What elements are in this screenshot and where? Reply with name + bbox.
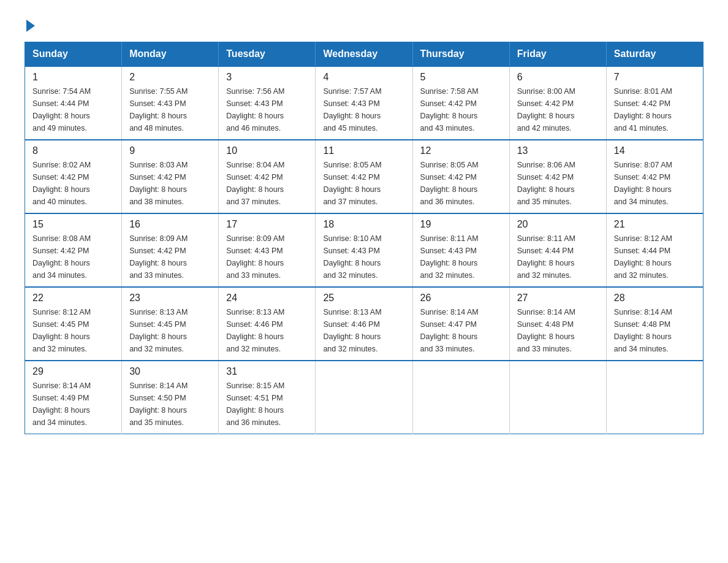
calendar-cell: 20Sunrise: 8:11 AMSunset: 4:44 PMDayligh… <box>509 213 606 287</box>
day-info: Sunrise: 8:15 AMSunset: 4:51 PMDaylight:… <box>226 380 308 429</box>
day-info: Sunrise: 8:14 AMSunset: 4:50 PMDaylight:… <box>129 380 211 429</box>
day-number: 5 <box>420 72 502 83</box>
calendar-cell: 25Sunrise: 8:13 AMSunset: 4:46 PMDayligh… <box>316 287 412 361</box>
day-info: Sunrise: 8:13 AMSunset: 4:46 PMDaylight:… <box>323 306 404 355</box>
weekday-header-saturday: Saturday <box>606 42 703 67</box>
calendar-week-row: 8Sunrise: 8:02 AMSunset: 4:42 PMDaylight… <box>25 140 703 213</box>
calendar-week-row: 22Sunrise: 8:12 AMSunset: 4:45 PMDayligh… <box>25 287 703 361</box>
calendar-header-row: SundayMondayTuesdayWednesdayThursdayFrid… <box>25 42 703 67</box>
calendar-cell: 12Sunrise: 8:05 AMSunset: 4:42 PMDayligh… <box>412 140 509 213</box>
calendar-cell: 11Sunrise: 8:05 AMSunset: 4:42 PMDayligh… <box>316 140 412 213</box>
calendar-cell: 1Sunrise: 7:54 AMSunset: 4:44 PMDaylight… <box>25 66 122 140</box>
day-info: Sunrise: 8:12 AMSunset: 4:45 PMDaylight:… <box>32 306 114 355</box>
calendar-cell: 16Sunrise: 8:09 AMSunset: 4:42 PMDayligh… <box>122 213 219 287</box>
day-number: 19 <box>420 219 502 230</box>
day-number: 1 <box>32 72 114 83</box>
calendar-cell: 26Sunrise: 8:14 AMSunset: 4:47 PMDayligh… <box>412 287 509 361</box>
day-info: Sunrise: 8:02 AMSunset: 4:42 PMDaylight:… <box>32 159 114 208</box>
calendar-cell: 19Sunrise: 8:11 AMSunset: 4:43 PMDayligh… <box>412 213 509 287</box>
calendar-cell: 13Sunrise: 8:06 AMSunset: 4:42 PMDayligh… <box>509 140 606 213</box>
calendar-cell <box>509 361 606 434</box>
calendar-cell: 27Sunrise: 8:14 AMSunset: 4:48 PMDayligh… <box>509 287 606 361</box>
calendar-cell <box>412 361 509 434</box>
day-info: Sunrise: 8:05 AMSunset: 4:42 PMDaylight:… <box>420 159 502 208</box>
weekday-header-friday: Friday <box>509 42 606 67</box>
day-number: 16 <box>129 219 211 230</box>
day-info: Sunrise: 8:04 AMSunset: 4:42 PMDaylight:… <box>226 159 308 208</box>
day-info: Sunrise: 8:09 AMSunset: 4:42 PMDaylight:… <box>129 232 211 282</box>
day-info: Sunrise: 8:01 AMSunset: 4:42 PMDaylight:… <box>614 85 696 134</box>
calendar-cell: 21Sunrise: 8:12 AMSunset: 4:44 PMDayligh… <box>606 213 703 287</box>
day-number: 14 <box>614 145 696 156</box>
day-info: Sunrise: 8:00 AMSunset: 4:42 PMDaylight:… <box>517 85 599 134</box>
day-info: Sunrise: 8:11 AMSunset: 4:44 PMDaylight:… <box>517 232 599 282</box>
day-number: 8 <box>32 145 114 156</box>
day-number: 9 <box>129 145 211 156</box>
day-number: 7 <box>614 72 696 83</box>
calendar-cell: 2Sunrise: 7:55 AMSunset: 4:43 PMDaylight… <box>122 66 219 140</box>
logo <box>25 18 35 29</box>
calendar-cell: 15Sunrise: 8:08 AMSunset: 4:42 PMDayligh… <box>25 213 122 287</box>
day-info: Sunrise: 8:12 AMSunset: 4:44 PMDaylight:… <box>614 232 696 282</box>
day-info: Sunrise: 8:14 AMSunset: 4:49 PMDaylight:… <box>32 380 114 429</box>
calendar-cell: 22Sunrise: 8:12 AMSunset: 4:45 PMDayligh… <box>25 287 122 361</box>
calendar-cell: 17Sunrise: 8:09 AMSunset: 4:43 PMDayligh… <box>219 213 316 287</box>
calendar-cell: 23Sunrise: 8:13 AMSunset: 4:45 PMDayligh… <box>122 287 219 361</box>
day-info: Sunrise: 8:09 AMSunset: 4:43 PMDaylight:… <box>226 232 308 282</box>
day-number: 3 <box>226 72 308 83</box>
day-info: Sunrise: 8:08 AMSunset: 4:42 PMDaylight:… <box>32 232 114 282</box>
day-number: 29 <box>32 366 114 377</box>
day-info: Sunrise: 8:10 AMSunset: 4:43 PMDaylight:… <box>323 232 404 282</box>
calendar-cell: 29Sunrise: 8:14 AMSunset: 4:49 PMDayligh… <box>25 361 122 434</box>
calendar-cell: 30Sunrise: 8:14 AMSunset: 4:50 PMDayligh… <box>122 361 219 434</box>
day-number: 20 <box>517 219 599 230</box>
day-info: Sunrise: 8:11 AMSunset: 4:43 PMDaylight:… <box>420 232 502 282</box>
day-number: 27 <box>517 293 599 304</box>
calendar-cell: 6Sunrise: 8:00 AMSunset: 4:42 PMDaylight… <box>509 66 606 140</box>
day-info: Sunrise: 8:13 AMSunset: 4:45 PMDaylight:… <box>129 306 211 355</box>
day-info: Sunrise: 8:14 AMSunset: 4:48 PMDaylight:… <box>614 306 696 355</box>
calendar-cell: 28Sunrise: 8:14 AMSunset: 4:48 PMDayligh… <box>606 287 703 361</box>
day-info: Sunrise: 7:56 AMSunset: 4:43 PMDaylight:… <box>226 85 308 134</box>
calendar-week-row: 29Sunrise: 8:14 AMSunset: 4:49 PMDayligh… <box>25 361 703 434</box>
day-info: Sunrise: 8:14 AMSunset: 4:47 PMDaylight:… <box>420 306 502 355</box>
calendar-week-row: 1Sunrise: 7:54 AMSunset: 4:44 PMDaylight… <box>25 66 703 140</box>
calendar-cell: 7Sunrise: 8:01 AMSunset: 4:42 PMDaylight… <box>606 66 703 140</box>
day-number: 23 <box>129 293 211 304</box>
calendar-cell: 9Sunrise: 8:03 AMSunset: 4:42 PMDaylight… <box>122 140 219 213</box>
calendar-cell: 31Sunrise: 8:15 AMSunset: 4:51 PMDayligh… <box>219 361 316 434</box>
day-info: Sunrise: 7:55 AMSunset: 4:43 PMDaylight:… <box>129 85 211 134</box>
day-number: 6 <box>517 72 599 83</box>
day-number: 30 <box>129 366 211 377</box>
calendar-cell: 8Sunrise: 8:02 AMSunset: 4:42 PMDaylight… <box>25 140 122 213</box>
logo-arrow-icon <box>26 20 35 32</box>
weekday-header-tuesday: Tuesday <box>219 42 316 67</box>
calendar-cell <box>606 361 703 434</box>
day-number: 11 <box>323 145 404 156</box>
weekday-header-wednesday: Wednesday <box>316 42 412 67</box>
calendar-cell <box>316 361 412 434</box>
day-number: 25 <box>323 293 404 304</box>
day-info: Sunrise: 8:13 AMSunset: 4:46 PMDaylight:… <box>226 306 308 355</box>
day-info: Sunrise: 7:57 AMSunset: 4:43 PMDaylight:… <box>323 85 404 134</box>
day-info: Sunrise: 8:14 AMSunset: 4:48 PMDaylight:… <box>517 306 599 355</box>
day-info: Sunrise: 8:05 AMSunset: 4:42 PMDaylight:… <box>323 159 404 208</box>
day-number: 26 <box>420 293 502 304</box>
calendar-cell: 10Sunrise: 8:04 AMSunset: 4:42 PMDayligh… <box>219 140 316 213</box>
calendar-cell: 24Sunrise: 8:13 AMSunset: 4:46 PMDayligh… <box>219 287 316 361</box>
day-info: Sunrise: 8:03 AMSunset: 4:42 PMDaylight:… <box>129 159 211 208</box>
day-number: 28 <box>614 293 696 304</box>
day-info: Sunrise: 7:54 AMSunset: 4:44 PMDaylight:… <box>32 85 114 134</box>
day-number: 18 <box>323 219 404 230</box>
day-number: 31 <box>226 366 308 377</box>
calendar-cell: 14Sunrise: 8:07 AMSunset: 4:42 PMDayligh… <box>606 140 703 213</box>
page-header <box>25 18 703 29</box>
calendar-cell: 5Sunrise: 7:58 AMSunset: 4:42 PMDaylight… <box>412 66 509 140</box>
day-number: 22 <box>32 293 114 304</box>
day-info: Sunrise: 8:07 AMSunset: 4:42 PMDaylight:… <box>614 159 696 208</box>
weekday-header-thursday: Thursday <box>412 42 509 67</box>
weekday-header-monday: Monday <box>122 42 219 67</box>
calendar-cell: 3Sunrise: 7:56 AMSunset: 4:43 PMDaylight… <box>219 66 316 140</box>
day-number: 4 <box>323 72 404 83</box>
calendar-table: SundayMondayTuesdayWednesdayThursdayFrid… <box>25 42 703 434</box>
